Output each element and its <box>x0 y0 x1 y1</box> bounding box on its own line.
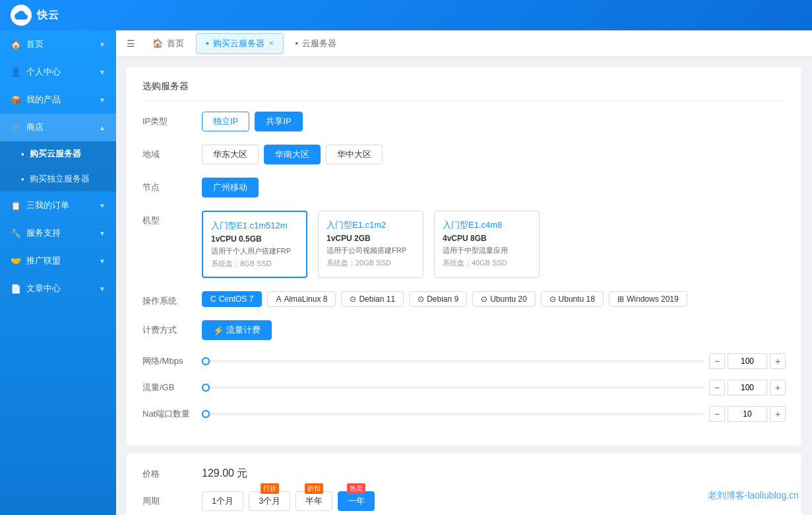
region-options: 华东大区 华南大区 华中大区 <box>202 145 786 164</box>
nat-slider-track[interactable] <box>202 413 704 415</box>
machine-card-name: 入门型E1.c4m8 <box>443 219 531 231</box>
sidebar-item-support[interactable]: 🔧 服务支持 ▼ <box>0 219 116 247</box>
machine-type-options: 入门型E1.c1m512m 1vCPU 0.5GB 适用于个人用户搭建FRP 系… <box>202 211 786 278</box>
machine-card-e1c1m2[interactable]: 入门型E1.c1m2 1vCPU 2GB 适用于公司视频搭建FRP 系统盘：20… <box>318 211 423 278</box>
network-value-input[interactable] <box>728 353 767 369</box>
machine-card-name: 入门型E1.c1m512m <box>211 220 298 232</box>
chevron-icon: ▼ <box>99 96 106 104</box>
traffic-slider-track[interactable] <box>202 386 704 389</box>
ip-type-label: IP类型 <box>142 112 202 127</box>
billing-label: 计费方式 <box>142 320 202 336</box>
nat-slider-thumb[interactable] <box>202 410 210 418</box>
tab-cloud-server-icon: ▪ <box>296 38 299 48</box>
tab-cloud-server[interactable]: ▪ 云服务器 <box>286 33 346 54</box>
sidebar-item-affiliate[interactable]: 🤝 推广联盟 ▼ <box>0 247 116 275</box>
tab-buy-cloud[interactable]: ▪ 购买云服务器 ✕ <box>196 33 284 54</box>
ip-type-row: IP类型 独立IP 共享IP <box>142 112 786 131</box>
os-almalinux8-btn[interactable]: A AlmaLinux 8 <box>267 291 336 307</box>
region-south-btn[interactable]: 华南大区 <box>264 145 321 164</box>
profile-icon: 👤 <box>11 67 21 77</box>
nat-plus-btn[interactable]: + <box>770 406 786 422</box>
tab-buy-cloud-icon: ▪ <box>206 38 209 48</box>
sidebar: 🏠 首页 ▼ 👤 个人中心 ▼ 📦 我的产品 ▼ 🛒 商店 ▲ <box>0 30 116 515</box>
chevron-icon: ▼ <box>99 285 106 292</box>
machine-card-spec: 4vCPU 8GB <box>443 234 531 243</box>
billing-traffic-btn[interactable]: ⚡ 流量计费 <box>202 320 272 340</box>
logo-text: 快云 <box>37 9 59 22</box>
traffic-value-input[interactable] <box>728 380 767 395</box>
chevron-icon: ▼ <box>99 202 106 209</box>
sidebar-sub-item-buy-cloud[interactable]: ▪ 购买云服务器 <box>0 141 116 166</box>
products-icon: 📦 <box>11 95 21 105</box>
traffic-slider-controls: − + <box>709 380 786 395</box>
period-half-btn[interactable]: 半年 <box>296 491 332 511</box>
nat-value-input[interactable] <box>728 406 767 422</box>
sidebar-item-orders[interactable]: 📋 三我的订单 ▼ <box>0 191 116 219</box>
region-row: 地域 华东大区 华南大区 华中大区 <box>142 145 786 164</box>
page-content: 选购服务器 IP类型 独立IP 共享IP 地域 华东大区 华南大区 华中大区 <box>116 57 812 515</box>
period-1m-btn[interactable]: 1个月 <box>202 491 243 511</box>
docs-icon: 📄 <box>11 284 21 294</box>
ubuntu18-icon: ⊙ <box>549 294 556 304</box>
nat-minus-btn[interactable]: − <box>709 406 725 422</box>
buy-cloud-icon: ▪ <box>21 149 24 159</box>
os-windows2019-btn[interactable]: ⊞ Windows 2019 <box>609 291 687 307</box>
traffic-slider-container: − + <box>202 380 786 395</box>
server-config-card: 选购服务器 IP类型 独立IP 共享IP 地域 华东大区 华南大区 华中大区 <box>127 67 801 446</box>
sidebar-item-home[interactable]: 🏠 首页 ▼ <box>0 30 116 58</box>
sidebar-item-shop[interactable]: 🛒 商店 ▲ <box>0 114 116 141</box>
machine-card-disk: 系统盘：40GB SSD <box>443 258 531 268</box>
chevron-icon: ▲ <box>99 124 106 131</box>
affiliate-icon: 🤝 <box>11 256 21 266</box>
machine-card-disk: 系统盘：8GB SSD <box>211 259 298 269</box>
os-debian11-btn[interactable]: ⊙ Debian 11 <box>341 291 404 307</box>
traffic-minus-btn[interactable]: − <box>709 380 725 395</box>
os-debian9-btn[interactable]: ⊙ Debian 9 <box>409 291 467 307</box>
section-title: 选购服务器 <box>142 81 786 101</box>
ip-shared-btn[interactable]: 共享IP <box>255 112 302 131</box>
period-1y-btn[interactable]: 一年 <box>338 491 375 511</box>
machine-card-e1c4m8[interactable]: 入门型E1.c4m8 4vCPU 8GB 适用于中型流量应用 系统盘：40GB … <box>434 211 540 278</box>
traffic-slider-thumb[interactable] <box>202 384 210 392</box>
period-row: 周期 1个月 3个月 打折 半年 折扣 一年 热卖 <box>142 491 786 511</box>
network-minus-btn[interactable]: − <box>709 353 725 369</box>
network-label: 网络/Mbps <box>142 355 202 367</box>
sidebar-toggle-icon[interactable]: ☰ <box>121 38 141 49</box>
region-east-btn[interactable]: 华东大区 <box>202 145 259 164</box>
os-ubuntu20-btn[interactable]: ⊙ Ubuntu 20 <box>472 291 535 307</box>
debian9-icon: ⊙ <box>418 294 424 304</box>
nat-slider-container: − + <box>202 406 786 422</box>
node-label: 节点 <box>142 178 202 193</box>
sidebar-item-profile[interactable]: 👤 个人中心 ▼ <box>0 58 116 86</box>
region-label: 地域 <box>142 145 202 160</box>
sidebar-item-docs[interactable]: 📄 文章中心 ▼ <box>0 275 116 302</box>
buy-dedicated-icon: ▪ <box>21 174 24 184</box>
chevron-icon: ▼ <box>99 230 106 237</box>
tab-close-icon[interactable]: ✕ <box>268 40 274 47</box>
price-value: 129.00 元 <box>202 467 247 481</box>
ubuntu20-icon: ⊙ <box>481 294 487 304</box>
sidebar-sub-item-buy-dedicated[interactable]: ▪ 购买独立服务器 <box>0 166 116 191</box>
ip-type-options: 独立IP 共享IP <box>202 112 786 131</box>
machine-card-e1c1m512[interactable]: 入门型E1.c1m512m 1vCPU 0.5GB 适用于个人用户搭建FRP 系… <box>202 211 307 278</box>
price-label: 价格 <box>142 468 202 480</box>
period-3m-btn[interactable]: 3个月 <box>249 491 290 511</box>
os-centos7-btn[interactable]: C CentOS 7 <box>202 291 262 307</box>
period-3m-badge: 打折 <box>261 483 279 494</box>
network-slider-thumb[interactable] <box>202 357 210 365</box>
sidebar-item-products[interactable]: 📦 我的产品 ▼ <box>0 86 116 114</box>
machine-card-disk: 系统盘：20GB SSD <box>327 258 415 268</box>
os-ubuntu18-btn[interactable]: ⊙ Ubuntu 18 <box>541 291 604 307</box>
ip-dedicated-btn[interactable]: 独立IP <box>202 112 249 131</box>
tab-home[interactable]: 🏠 首页 <box>143 33 193 54</box>
tab-bar: ☰ 🏠 首页 ▪ 购买云服务器 ✕ ▪ 云服务器 <box>116 30 812 57</box>
machine-card-spec: 1vCPU 0.5GB <box>211 234 298 244</box>
node-gz-mobile-btn[interactable]: 广州移动 <box>202 178 259 197</box>
region-central-btn[interactable]: 华中大区 <box>326 145 383 164</box>
traffic-plus-btn[interactable]: + <box>770 380 786 395</box>
logo-icon <box>11 5 32 26</box>
chevron-icon: ▼ <box>99 69 106 76</box>
network-slider-track[interactable] <box>202 360 704 362</box>
network-plus-btn[interactable]: + <box>770 353 786 369</box>
billing-options: ⚡ 流量计费 <box>202 320 786 340</box>
